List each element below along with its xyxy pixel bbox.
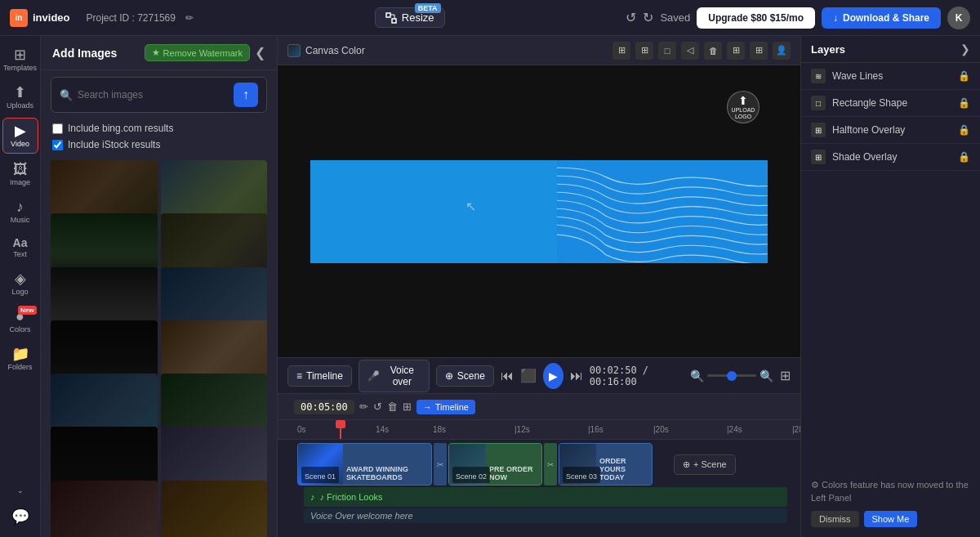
show-me-button[interactable]: Show Me — [864, 511, 918, 527]
sidebar-item-music[interactable]: ♪ Music — [2, 195, 38, 229]
trim-icon-2: ✂ — [547, 460, 554, 469]
resize-label: Resize — [402, 11, 434, 24]
center-area: Canvas Color ⊞ ⊞ □ ◁ 🗑 ⊞ ⊞ 👤 — [278, 36, 800, 537]
delete-button[interactable]: 🗑 — [704, 42, 722, 60]
avatar[interactable]: K — [947, 7, 970, 29]
arrow-icon: → — [423, 402, 432, 412]
resize-button[interactable]: Resize BETA — [375, 7, 445, 28]
search-input[interactable] — [78, 89, 229, 101]
zoom-controls: 🔍 🔍 — [690, 369, 773, 383]
canvas-dark-bottom — [310, 263, 768, 341]
scene-refresh-button[interactable]: ↺ — [373, 401, 382, 413]
bing-checkbox[interactable] — [52, 123, 63, 134]
timeline-controls: ≡ Timeline 🎤 Voice over ⊕ Scene ⏮ ⬛ ▶ — [278, 358, 800, 394]
grid-button[interactable]: ⊞ — [727, 42, 745, 60]
search-box: 🔍 ↑ — [41, 70, 277, 119]
dismiss-button[interactable]: Dismiss — [811, 511, 859, 527]
sidebar-chat[interactable]: 💬 — [2, 503, 38, 530]
ruler-mark-14: 14s — [376, 425, 389, 434]
sidebar-item-video[interactable]: ▶ Video — [2, 118, 38, 154]
trim-icon-1: ✂ — [437, 460, 443, 469]
trim-handle-2[interactable]: ✂ — [544, 443, 557, 486]
timeline-goto-button[interactable]: → Timeline — [416, 400, 475, 414]
redo-button[interactable]: ↻ — [643, 10, 653, 25]
sidebar-item-colors[interactable]: New ● Colors — [2, 304, 38, 338]
skip-forward-button[interactable]: ⏭ — [570, 369, 583, 383]
search-icon: 🔍 — [60, 89, 73, 101]
trim-handle-1[interactable]: ✂ — [434, 443, 447, 486]
panel-header: Add Images ★ Remove Watermark ❮ — [41, 36, 277, 70]
logo-nav-icon: ◈ — [15, 271, 26, 286]
upload-image-button[interactable]: ↑ — [234, 83, 258, 107]
scene-copy-button[interactable]: ⊞ — [403, 401, 412, 413]
sidebar-item-folders[interactable]: 📁 Folders — [2, 342, 38, 376]
image-icon: 🖼 — [13, 162, 28, 177]
search-input-wrap: 🔍 ↑ — [51, 77, 267, 113]
sidebar-item-text[interactable]: Aa Text — [2, 232, 38, 263]
canvas-color-item[interactable]: Canvas Color — [287, 44, 365, 57]
time-display: 00:02:50 / 00:16:00 — [590, 365, 677, 387]
istock-checkbox[interactable] — [52, 140, 63, 150]
bing-checkbox-row[interactable]: Include bing.com results — [52, 123, 265, 134]
timeline-label: Timeline — [306, 370, 343, 382]
add-scene-button[interactable]: ⊕ + Scene — [674, 454, 736, 475]
sidebar-item-logo[interactable]: ◈ Logo — [2, 266, 38, 301]
layer-wave-lines-name: Wave Lines — [832, 70, 951, 82]
scene3-label-text: Scene 03 — [566, 472, 597, 481]
layer-wave-lines[interactable]: ≋ Wave Lines 🔒 — [801, 63, 980, 90]
zoom-out-button[interactable]: 🔍 — [690, 369, 704, 383]
panel-collapse-button[interactable]: ❮ — [255, 45, 265, 60]
align-left-button[interactable]: □ — [658, 42, 676, 60]
skip-back-button[interactable]: ⏮ — [501, 369, 514, 383]
frame-back-button[interactable]: ⬛ — [520, 368, 537, 383]
timeline-button[interactable]: ≡ Timeline — [287, 365, 352, 387]
notice-actions: Dismiss Show Me — [811, 511, 970, 527]
remove-watermark-button[interactable]: ★ Remove Watermark — [145, 44, 250, 61]
playhead — [340, 420, 341, 439]
scene-3-bar[interactable]: ORDER YOURS TODAY Scene 03 — [559, 443, 653, 486]
new-badge: New — [18, 306, 36, 315]
paste-button[interactable]: ⊞ — [635, 42, 653, 60]
scene-button[interactable]: ⊕ Scene — [436, 365, 494, 387]
zoom-in-button[interactable]: 🔍 — [760, 369, 773, 383]
scene-delete-button[interactable]: 🗑 — [387, 401, 398, 413]
timeline-tracks: AWARD WINNING SKATEBOARDS Scene 01 ✂ — [278, 440, 800, 537]
istock-checkbox-row[interactable]: Include iStock results — [52, 139, 265, 150]
scene-2-bar[interactable]: PRE ORDER NOW Scene 02 — [448, 443, 542, 486]
bing-label: Include bing.com results — [68, 123, 173, 134]
timeline-area: ≡ Timeline 🎤 Voice over ⊕ Scene ⏮ ⬛ ▶ — [278, 357, 800, 537]
upgrade-button[interactable]: Upgrade $80 $15/mo — [697, 7, 815, 29]
sidebar-item-uploads[interactable]: ⬆ Uploads — [2, 80, 38, 114]
scene-edit-button[interactable]: ✏ — [359, 401, 368, 413]
upload-logo-button[interactable]: ⬆ UPLOAD LOGO — [727, 91, 760, 123]
timeline-goto-label: Timeline — [435, 402, 469, 412]
timeline-nav: ⏮ ⬛ ▶ ⏭ 00:02:50 / 00:16:00 — [501, 363, 677, 389]
list-item[interactable] — [161, 481, 268, 537]
timeline-extra-button[interactable]: ⊞ — [780, 368, 791, 383]
saved-status: Saved — [660, 11, 690, 24]
download-button[interactable]: ↓ Download & Share — [822, 7, 941, 29]
layer-rectangle[interactable]: □ Rectangle Shape 🔒 — [801, 90, 980, 117]
more-button[interactable]: ⊞ — [750, 42, 768, 60]
chat-icon: 💬 — [11, 508, 29, 526]
align-right-button[interactable]: ◁ — [681, 42, 699, 60]
voiceover-button[interactable]: 🎤 Voice over — [359, 360, 430, 392]
zoom-slider[interactable] — [707, 374, 756, 377]
undo-button[interactable]: ↺ — [626, 10, 636, 25]
copy-button[interactable]: ⊞ — [612, 42, 630, 60]
user-button[interactable]: 👤 — [773, 42, 791, 60]
istock-label-text: Include iStock results — [68, 139, 160, 150]
sidebar-item-templates[interactable]: ⊞ Templates — [2, 43, 38, 77]
scene-1-bar[interactable]: AWARD WINNING SKATEBOARDS Scene 01 — [297, 443, 432, 486]
list-item[interactable] — [51, 481, 158, 537]
timeline-ruler: 0s 14s 18s |12s |16s |20s |24s |28s — [278, 420, 800, 440]
edit-icon[interactable]: ✏ — [185, 12, 194, 24]
sidebar-chevron-down[interactable]: ⌄ — [2, 481, 38, 499]
layers-collapse-button[interactable]: ❯ — [960, 43, 970, 56]
play-button[interactable]: ▶ — [543, 363, 564, 389]
add-scene-plus-icon: ⊕ — [683, 459, 690, 470]
layer-halftone[interactable]: ⊞ Halftone Overlay 🔒 — [801, 117, 980, 144]
layer-shade[interactable]: ⊞ Shade Overlay 🔒 — [801, 144, 980, 171]
sidebar-item-label-templates: Templates — [3, 64, 37, 72]
sidebar-item-image[interactable]: 🖼 Image — [2, 157, 38, 191]
